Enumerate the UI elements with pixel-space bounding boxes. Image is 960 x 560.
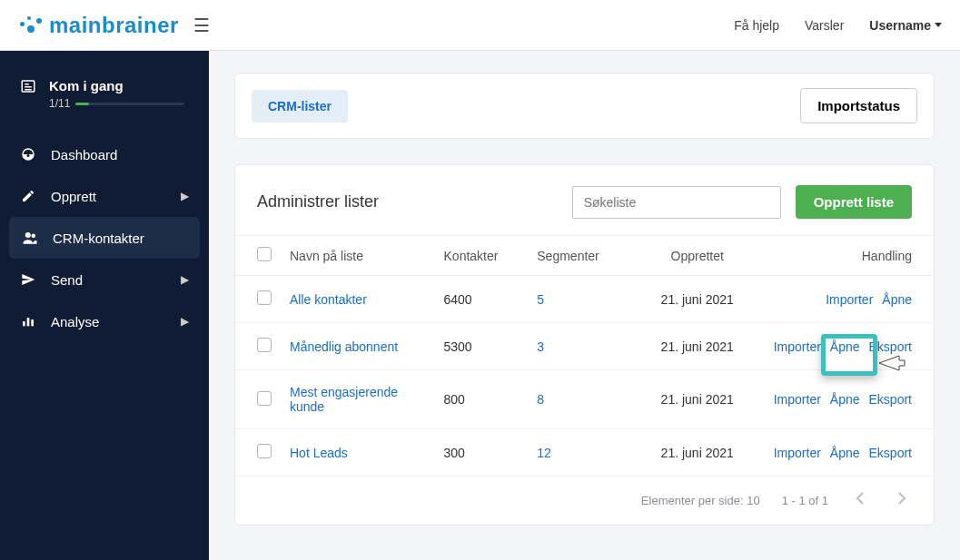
logo[interactable]: mainbrainer: [18, 13, 179, 38]
select-all-checkbox[interactable]: [257, 247, 272, 261]
sidebar-item-label: CRM-kontakter: [53, 231, 144, 246]
lists-card: Administrer lister Opprett liste Navn på…: [234, 164, 935, 526]
logo-text-main: main: [49, 13, 102, 38]
open-link[interactable]: Åpne: [830, 446, 860, 460]
col-header-action: Handling: [765, 236, 934, 276]
sidebar-item-label: Send: [51, 272, 83, 288]
sidebar-item-send[interactable]: Send▶: [0, 259, 209, 300]
import-status-button[interactable]: Importstatus: [800, 88, 917, 123]
chevron-right-icon: ▶: [181, 273, 189, 286]
import-link[interactable]: Importer: [774, 446, 821, 460]
manage-lists-title: Administrer lister: [257, 192, 379, 211]
open-link[interactable]: Åpne: [830, 339, 860, 354]
username-label: Username: [869, 18, 931, 33]
svg-rect-9: [31, 319, 34, 326]
sidebar-get-started-progress: 1/11: [49, 97, 70, 110]
chevron-right-icon: ▶: [181, 315, 189, 328]
create-list-button[interactable]: Opprett liste: [796, 185, 912, 219]
header-right: Få hjelp Varsler Username: [734, 18, 942, 33]
open-link[interactable]: Åpne: [882, 292, 912, 307]
row-checkbox[interactable]: [257, 338, 272, 352]
export-link[interactable]: Eksport: [869, 339, 912, 354]
pagination: Elementer per side: 10 1 - 1 of 1: [641, 491, 912, 510]
created-cell: 21. juni 2021: [630, 276, 765, 323]
svg-point-6: [32, 234, 36, 239]
sidebar-icon: [22, 230, 38, 246]
import-link[interactable]: Importer: [826, 292, 873, 307]
created-cell: 21. juni 2021: [630, 429, 765, 476]
hamburger-icon[interactable]: ☰: [193, 15, 210, 36]
chevron-right-icon: ▶: [181, 190, 189, 202]
sidebar-icon: [20, 146, 36, 162]
contacts-cell: 5300: [435, 323, 529, 370]
page-range: 1 - 1 of 1: [782, 494, 828, 507]
row-checkbox[interactable]: [257, 391, 272, 406]
table-row: Hot Leads3001221. juni 2021ImporterÅpneE…: [235, 429, 934, 476]
sidebar-icon: [20, 188, 36, 204]
list-name-link[interactable]: Hot Leads: [290, 446, 348, 460]
user-menu[interactable]: Username: [869, 18, 942, 33]
segments-link[interactable]: 3: [537, 339, 544, 354]
search-input[interactable]: [572, 186, 781, 219]
import-link[interactable]: Importer: [774, 339, 821, 354]
contacts-cell: 6400: [435, 276, 529, 323]
sidebar-item-analyse[interactable]: Analyse▶: [0, 300, 209, 342]
col-header-created: Opprettet: [630, 236, 765, 276]
help-link[interactable]: Få hjelp: [734, 18, 779, 33]
sidebar-icon: [20, 271, 36, 288]
sidebar-item-opprett[interactable]: Opprett▶: [0, 175, 209, 217]
list-name-link[interactable]: Alle kontakter: [290, 292, 367, 307]
created-cell: 21. juni 2021: [630, 370, 765, 429]
segments-link[interactable]: 12: [537, 446, 551, 460]
progress-bar: [75, 103, 184, 105]
logo-text-brain: brainer: [102, 13, 179, 38]
svg-point-4: [27, 154, 30, 157]
tab-crm-lists[interactable]: CRM-lister: [252, 90, 348, 123]
prev-page-button[interactable]: [850, 491, 870, 510]
sidebar-icon: [20, 313, 36, 329]
sidebar: Kom i gang 1/11 DashboardOpprett▶CRM-kon…: [0, 51, 209, 560]
sidebar-item-label: Opprett: [51, 189, 96, 204]
page-header-card: CRM-lister Importstatus: [234, 73, 935, 139]
export-link[interactable]: Eksport: [869, 446, 912, 460]
chevron-down-icon: [935, 23, 942, 27]
table-row: Mest engasjerende kunde800821. juni 2021…: [235, 370, 934, 429]
table-row: Månedlig abonnent5300321. juni 2021Impor…: [235, 323, 934, 370]
svg-rect-8: [27, 318, 30, 326]
row-checkbox[interactable]: [257, 290, 272, 305]
main-content: CRM-lister Importstatus Administrer list…: [209, 51, 960, 560]
col-header-name: Navn på liste: [281, 236, 435, 276]
sidebar-get-started[interactable]: Kom i gang 1/11: [0, 69, 209, 126]
export-link[interactable]: Eksport: [869, 392, 912, 407]
svg-rect-7: [23, 321, 25, 326]
table-row: Alle kontakter6400521. juni 2021Importer…: [235, 276, 934, 323]
col-header-contacts: Kontakter: [435, 236, 529, 276]
sidebar-item-label: Analyse: [51, 314, 99, 329]
list-name-link[interactable]: Mest engasjerende kunde: [290, 385, 398, 414]
contacts-cell: 800: [435, 370, 529, 429]
list-name-link[interactable]: Månedlig abonnent: [290, 339, 398, 354]
sidebar-item-label: Dashboard: [51, 147, 117, 162]
lists-table: Navn på liste Kontakter Segmenter Oppret…: [235, 235, 934, 525]
segments-link[interactable]: 5: [537, 292, 544, 307]
per-page-value: 10: [747, 494, 759, 507]
newspaper-icon: [20, 78, 36, 94]
app-header: mainbrainer ☰ Få hjelp Varsler Username: [0, 0, 960, 51]
created-cell: 21. juni 2021: [630, 323, 765, 370]
svg-point-5: [25, 232, 31, 238]
sidebar-item-crm-kontakter[interactable]: CRM-kontakter: [9, 217, 200, 259]
row-checkbox[interactable]: [257, 444, 272, 458]
next-page-button[interactable]: [892, 491, 912, 510]
logo-dots-icon: [18, 15, 44, 36]
sidebar-get-started-label: Kom i gang: [49, 78, 184, 93]
sidebar-item-dashboard[interactable]: Dashboard: [0, 133, 209, 175]
per-page-label: Elementer per side:: [641, 494, 744, 507]
alerts-link[interactable]: Varsler: [805, 18, 844, 33]
import-link[interactable]: Importer: [774, 392, 821, 407]
contacts-cell: 300: [435, 429, 529, 476]
open-link[interactable]: Åpne: [830, 392, 860, 407]
segments-link[interactable]: 8: [537, 392, 544, 407]
col-header-segments: Segmenter: [528, 236, 629, 276]
lists-card-header: Administrer lister Opprett liste: [235, 165, 934, 235]
